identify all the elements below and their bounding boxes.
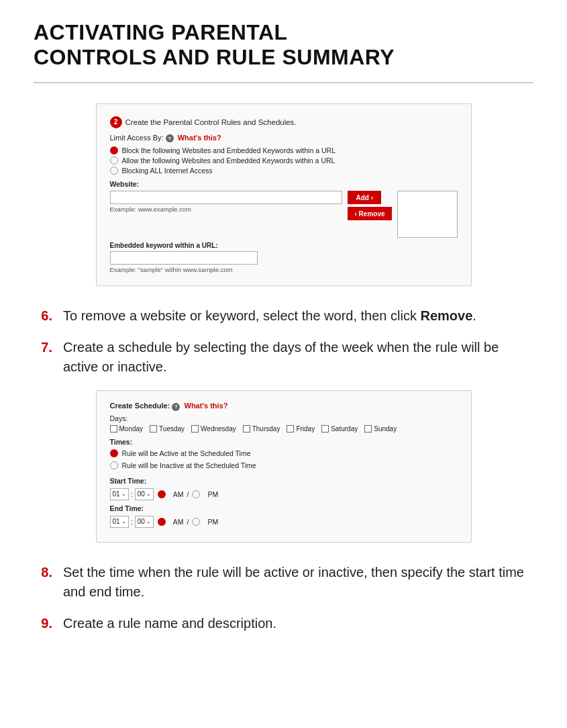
start-hour-chevron: ⌄ — [121, 491, 126, 497]
end-min-select[interactable]: 00 ⌄ — [135, 516, 154, 528]
radio-filled-icon — [110, 146, 118, 154]
end-am-label[interactable]: AM — [173, 518, 184, 526]
end-min-chevron: ⌄ — [146, 518, 151, 525]
radio-active-icon — [110, 449, 118, 457]
tuesday-checkbox[interactable] — [150, 425, 157, 433]
day-saturday[interactable]: Saturday — [321, 425, 358, 433]
start-min-chevron: ⌄ — [146, 491, 151, 497]
website-label: Website: — [110, 180, 458, 188]
start-am-label[interactable]: AM — [173, 490, 184, 498]
schedule-title: Create Schedule: — [110, 402, 170, 410]
item-6-number: 6. — [34, 306, 52, 326]
schedule-info-icon: ? — [172, 403, 180, 411]
whats-this-link[interactable]: What's this? — [178, 134, 221, 142]
end-time-label: End Time: — [110, 504, 144, 512]
radio-inactive-icon — [110, 461, 118, 469]
day-friday[interactable]: Friday — [287, 425, 315, 433]
end-am-icon — [158, 518, 166, 526]
start-time-controls[interactable]: 01 ⌄ : 00 ⌄ AM / PM — [110, 488, 458, 500]
times-options: Rule will be Active at the Scheduled Tim… — [110, 449, 458, 471]
item-7-text: Create a schedule by selecting the days … — [63, 338, 533, 377]
list-item-9: 9. Create a rule name and description. — [34, 614, 533, 633]
day-thursday[interactable]: Thursday — [243, 425, 280, 433]
website-input-area: Example: www.example.com — [110, 191, 343, 238]
saturday-checkbox[interactable] — [321, 425, 329, 433]
radio-empty-icon2 — [110, 167, 118, 175]
start-ampm: AM / PM — [158, 490, 218, 498]
end-time-controls[interactable]: 01 ⌄ : 00 ⌄ AM / PM — [110, 516, 458, 528]
website-input-row: Example: www.example.com Add › ‹ Remove — [110, 191, 458, 238]
step-text: Create the Parental Control Rules and Sc… — [125, 118, 297, 126]
add-remove-buttons: Add › ‹ Remove — [348, 191, 391, 238]
day-monday[interactable]: Monday — [110, 425, 144, 433]
example-keyword: Example: "sample" within www.sample.com — [110, 266, 458, 273]
page-title: ACTIVATING PARENTAL CONTROLS AND RULE SU… — [34, 20, 533, 70]
times-label: Times: — [110, 438, 458, 446]
days-label: Days: — [110, 414, 458, 422]
radio-active[interactable]: Rule will be Active at the Scheduled Tim… — [110, 449, 458, 457]
thursday-checkbox[interactable] — [243, 425, 250, 433]
day-sunday[interactable]: Sunday — [364, 425, 397, 433]
keyword-label: Embedded keyword within a URL: — [110, 242, 458, 249]
website-input[interactable] — [110, 191, 343, 204]
radio-block[interactable]: Block the following Websites and Embedde… — [110, 146, 458, 154]
start-time-row: Start Time: — [110, 477, 458, 485]
item-8-text: Set the time when the rule will be activ… — [63, 563, 533, 602]
monday-checkbox[interactable] — [110, 425, 117, 433]
start-pm-icon — [192, 490, 200, 498]
item-9-text: Create a rule name and description. — [63, 614, 533, 633]
step-number: 2 — [110, 116, 122, 128]
radio-block-all[interactable]: Blocking ALL Internet Access — [110, 167, 458, 175]
wednesday-checkbox[interactable] — [191, 425, 199, 433]
start-hour-select[interactable]: 01 ⌄ — [110, 488, 129, 500]
instructions-list-2: 8. Set the time when the rule will be ac… — [34, 563, 533, 633]
end-pm-icon — [192, 518, 200, 526]
end-hour-chevron: ⌄ — [121, 518, 126, 525]
limit-access-label: Limit Access By: ? What's this? — [110, 134, 458, 143]
screenshot-parental-controls: 2 Create the Parental Control Rules and … — [96, 103, 472, 287]
list-item-6: 6. To remove a website or keyword, selec… — [34, 306, 533, 326]
end-hour-select[interactable]: 01 ⌄ — [110, 516, 129, 528]
limit-info-icon: ? — [166, 134, 174, 142]
start-min-select[interactable]: 00 ⌄ — [135, 488, 154, 500]
days-row: Monday Tuesday Wednesday Thursday Friday… — [110, 425, 458, 433]
schedule-title-row: Create Schedule: ? What's this? — [110, 402, 458, 411]
instructions-list: 6. To remove a website or keyword, selec… — [34, 306, 533, 377]
friday-checkbox[interactable] — [287, 425, 294, 433]
start-am-icon — [158, 490, 166, 498]
item-8-number: 8. — [34, 563, 52, 582]
start-pm-label[interactable]: PM — [207, 490, 218, 498]
day-wednesday[interactable]: Wednesday — [191, 425, 236, 433]
sunday-checkbox[interactable] — [364, 425, 372, 433]
keyword-input[interactable] — [110, 251, 258, 265]
list-item-7: 7. Create a schedule by selecting the da… — [34, 338, 533, 377]
add-button[interactable]: Add › — [348, 191, 381, 204]
radio-allow[interactable]: Allow the following Websites and Embedde… — [110, 156, 458, 165]
start-time-label: Start Time: — [110, 477, 147, 485]
end-pm-label[interactable]: PM — [207, 518, 218, 526]
section-divider — [34, 82, 533, 83]
day-tuesday[interactable]: Tuesday — [150, 425, 185, 433]
radio-inactive[interactable]: Rule will be Inactive at the Scheduled T… — [110, 461, 458, 469]
item-7-number: 7. — [34, 338, 52, 357]
example-url: Example: www.example.com — [110, 206, 343, 213]
remove-button[interactable]: ‹ Remove — [348, 207, 391, 220]
end-ampm: AM / PM — [158, 518, 218, 526]
item-9-number: 9. — [34, 614, 52, 633]
item-6-text: To remove a website or keyword, select t… — [63, 306, 533, 326]
end-time-row: End Time: — [110, 504, 458, 512]
screenshot-schedule: Create Schedule: ? What's this? Days: Mo… — [96, 390, 472, 543]
schedule-whats-this[interactable]: What's this? — [185, 402, 228, 410]
list-item-8: 8. Set the time when the rule will be ac… — [34, 563, 533, 602]
radio-empty-icon — [110, 156, 118, 165]
website-list — [397, 191, 458, 238]
